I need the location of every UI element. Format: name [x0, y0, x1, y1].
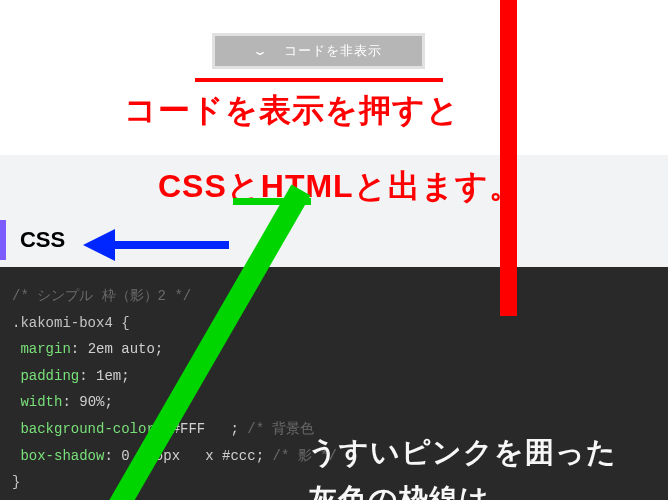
- annotation-line-1: コードを表示を押すと: [124, 89, 460, 133]
- code-prop: width: [20, 394, 62, 410]
- chevron-down-icon: ⌄: [252, 45, 270, 57]
- code-val: ;: [230, 421, 238, 437]
- red-underline: [195, 78, 443, 82]
- code-comment: /* 背景色: [247, 421, 314, 437]
- overlay-line-2: 灰色の枠線は: [308, 477, 490, 500]
- code-selector: .kakomi-box4 {: [12, 315, 130, 331]
- code-val: : 90%;: [62, 394, 112, 410]
- tab-css-label: CSS: [20, 227, 65, 253]
- code-prop: background-color: [20, 421, 154, 437]
- hide-code-button-label: コードを非表示: [284, 42, 382, 60]
- code-val: : 2em auto;: [71, 341, 163, 357]
- tab-css[interactable]: CSS: [0, 220, 79, 260]
- hide-code-button[interactable]: ⌄ コードを非表示: [212, 33, 425, 69]
- code-prop: box-shadow: [20, 448, 104, 464]
- red-vertical-bar: [500, 0, 517, 316]
- code-comment: /* シンプル 枠（影）2 */: [12, 288, 191, 304]
- annotation-line-2: CSSとHTMLと出ます。: [158, 165, 522, 209]
- code-val: : 1em;: [79, 368, 129, 384]
- overlay-line-1: うすいピンクを囲った: [308, 430, 617, 475]
- code-close: }: [12, 474, 20, 490]
- code-prop: margin: [20, 341, 70, 357]
- code-prop: padding: [20, 368, 79, 384]
- code-val: x #ccc;: [205, 448, 264, 464]
